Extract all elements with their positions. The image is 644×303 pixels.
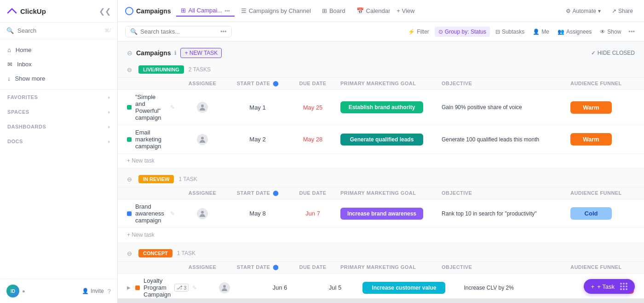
campaigns-circle-icon [125,7,133,15]
sidebar-section-docs[interactable]: DOCS › [0,134,117,149]
logo-text: ClickUp [20,7,46,15]
hide-closed-button[interactable]: ✓ HIDE CLOSED [591,50,635,56]
scroll-bar[interactable] [118,298,644,303]
col-objective: OBJECTIVE [442,81,570,87]
col-audience-funnel-c: AUDIENCE FUNNEL [570,264,635,270]
sidebar-item-home[interactable]: ⌂ Home [0,43,117,57]
col-start-date-c: START DATE ⬤ [230,264,285,270]
share-icon: ↗ [612,8,616,14]
automate-button[interactable]: ⚙ Automate ▾ [562,6,604,16]
campaigns-header: ⊖ Campaigns ℹ + NEW TASK ✓ HIDE CLOSED [118,41,644,62]
invite-button[interactable]: 👤 Invite [82,288,104,294]
goal-cell-4: Increase customer value [362,282,464,294]
goal-badge-1: Establish brand authority [340,101,423,113]
share-button[interactable]: ↗ Share [608,6,637,16]
audience-badge-1: Warm [570,101,612,114]
col-objective-r: OBJECTIVE [442,190,570,196]
hide-closed-label: ✓ HIDE CLOSED [591,50,635,56]
assignee-avatar-4 [219,282,230,293]
edit-icon-4[interactable]: ✎ [192,285,197,291]
sidebar-item-home-label: Home [16,47,32,53]
group-by-button[interactable]: ⊙ Group by: Status [435,27,490,37]
start-date-2: May 2 [230,136,285,143]
show-label: Show [607,29,621,35]
more-options-icon[interactable]: ••• [220,28,227,35]
audience-cell-3: Cold [570,207,635,220]
new-task-row-review[interactable]: + New task [118,228,644,242]
new-task-button[interactable]: + NEW TASK [180,48,222,58]
edit-icon-3[interactable]: ✎ [170,210,175,217]
sidebar-section-dashboards[interactable]: DASHBOARDS › [0,119,117,134]
assignees-label: Assignees [566,29,592,35]
task-search-input[interactable] [140,28,218,35]
tab-all-campaigns[interactable]: ⊞ All Campai... ••• [176,5,234,17]
col-marketing-goal-r: PRIMARY MARKETING GOAL [340,190,442,196]
subtask-count-text: 3 [184,285,186,291]
help-icon[interactable]: ? [108,288,111,295]
task-name-3: Brand awareness campaign ✎ [127,203,175,224]
filter-button[interactable]: ⚡ Filter [405,27,432,37]
due-date-2: May 28 [285,136,340,143]
search-icon: 🔍 [6,27,14,34]
campaigns-title: Campaigns [136,49,171,57]
section-concept-collapse-icon[interactable]: ⊖ [127,250,132,257]
goal-cell-1: Establish brand authority [340,101,442,113]
page-title: Campaigns [136,7,171,15]
sidebar-collapse-icon[interactable]: ❮❮ [99,7,111,16]
task-name-text-1[interactable]: "Simple and Powerful" campaign [135,93,167,121]
inbox-icon: ✉ [7,61,12,68]
floating-task-label: + Task [597,283,615,290]
subtask-expand-icon[interactable]: ▶ [127,285,131,290]
tab-campaigns-by-channel[interactable]: ☰ Campaigns by Channel [236,6,316,16]
user-icon-3 [198,210,207,218]
live-badge: LIVE/RUNNING [138,65,184,74]
subtasks-button[interactable]: ⊟ Subtasks [493,27,527,37]
automate-label: Automate [573,8,596,14]
col-start-date-r: START DATE ⬤ [230,190,285,196]
assignees-button[interactable]: 👥 Assignees [555,27,594,37]
toolbar-more-icon[interactable]: ••• [627,26,637,37]
task-name-text-2[interactable]: Email marketing campaign [135,129,175,150]
search-bar[interactable]: 🔍 ⌘/ [0,23,117,39]
svg-point-0 [201,105,204,107]
tab-calendar[interactable]: 📅 Calendar [352,6,395,16]
goal-cell-2: Generate qualified leads [340,134,442,146]
floating-task-button[interactable]: + + Task [584,279,635,294]
task-name-text-3[interactable]: Brand awareness campaign [135,203,167,224]
new-task-row-live[interactable]: + New task [118,154,644,168]
svg-point-3 [223,285,226,288]
task-dot-2 [127,137,132,142]
col-assignee: ASSIGNEE [175,81,230,87]
task-row: "Simple and Powerful" campaign ✎ May 1 M… [118,90,644,125]
edit-icon-1[interactable]: ✎ [170,104,175,111]
sidebar-section-favorites[interactable]: FAVORITES › [0,90,117,105]
sidebar-item-show-more[interactable]: ↓ Show more [0,71,117,86]
section-live-header: ⊖ LIVE/RUNNING 2 TASKS [118,62,644,78]
section-review-collapse-icon[interactable]: ⊖ [127,176,132,183]
campaigns-info-icon[interactable]: ℹ [174,50,177,56]
show-button[interactable]: 👁 Show [597,27,624,37]
subtask-count-badge[interactable]: ⎇ 3 [174,284,189,291]
tab-board[interactable]: ⊞ Board [317,6,350,16]
search-input[interactable] [17,27,101,34]
concept-table-header: ASSIGNEE START DATE ⬤ DUE DATE PRIMARY M… [118,262,644,274]
date-icon-c: ⬤ [273,264,278,270]
docs-label: DOCS [7,139,23,144]
goal-badge-4: Increase customer value [362,282,445,294]
task-search-bar[interactable]: 🔍 ••• [125,26,232,37]
campaigns-collapse-icon[interactable]: ⊖ [127,49,132,57]
chevron-right-icon-2: › [108,109,110,115]
add-view-button[interactable]: + View [397,7,414,14]
task-name-text-4[interactable]: Loyalty Program Campaign [144,277,171,298]
sidebar-item-inbox[interactable]: ✉ Inbox [0,57,117,71]
more-icon: ••• [224,8,230,13]
user-status-icon: ● [22,288,25,294]
assignee-cell-3 [175,208,230,219]
svg-point-2 [201,211,204,214]
section-live-collapse-icon[interactable]: ⊖ [127,66,132,73]
subtasks-label: Subtasks [502,29,524,35]
objective-2: Generate 100 qualified leads this month [442,136,570,143]
user-area: ID ● [6,285,25,297]
me-button[interactable]: 👤 Me [530,27,552,37]
sidebar-section-spaces[interactable]: SPACES › [0,105,117,119]
